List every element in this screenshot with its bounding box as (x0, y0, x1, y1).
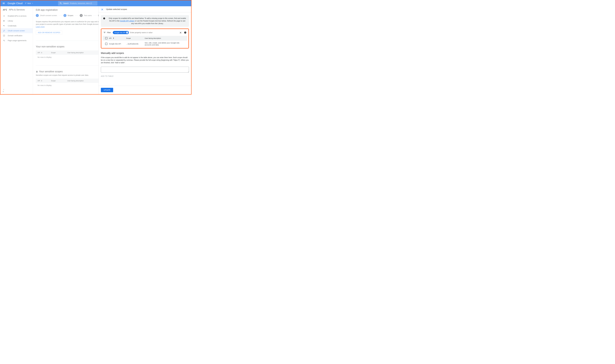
add-remove-scopes-button[interactable]: ADD OR REMOVE SCOPES (36, 30, 62, 35)
chevron-left-icon (3, 88, 5, 91)
empty-row: No rows to display (36, 83, 102, 88)
sidebar-item-label: Credentials (8, 25, 16, 27)
panel-footer: UPDATE (99, 86, 191, 94)
project-selector[interactable]: 0zzz (24, 2, 34, 5)
info-icon (103, 17, 106, 20)
diamond-icon (3, 15, 5, 17)
sidebar-title: APIs & Services (9, 9, 25, 11)
search-bar[interactable]: Search Products, resources, docs (/) (58, 1, 98, 6)
col-desc-header[interactable]: User-facing description (145, 37, 186, 39)
sort-up-icon (41, 80, 42, 82)
filter-label: Filter (107, 32, 111, 34)
key-icon (3, 25, 5, 27)
sidebar-item-page-usage[interactable]: Page usage agreements (0, 38, 33, 43)
sidebar-item-label: Library (8, 20, 13, 22)
empty-row: No rows to display (36, 55, 102, 60)
svg-point-1 (26, 3, 27, 3)
chevron-down-icon (32, 2, 33, 4)
step-separator (58, 15, 62, 16)
step-separator (75, 15, 78, 16)
sidebar-item-credentials[interactable]: Credentials (0, 23, 33, 28)
col-api[interactable]: API (38, 52, 48, 53)
non-sensitive-table: API Scope User-facing description No row… (36, 51, 102, 60)
api-glyph: API (3, 9, 7, 11)
sidebar-item-domain-verification[interactable]: Domain verification (0, 33, 33, 38)
hamburger-icon[interactable] (1, 1, 6, 6)
svg-point-0 (25, 3, 26, 3)
check-icon (36, 14, 39, 17)
sensitive-scopes-section: Your sensitive scopes Sensitive scopes a… (36, 65, 102, 88)
collapse-sidebar-button[interactable]: <I (0, 87, 33, 94)
col-scope[interactable]: Scope (51, 52, 65, 53)
step-number: 2 (63, 14, 66, 17)
table-row: Google Ads API .../auth/adwords See, edi… (103, 40, 187, 47)
col-scope-header[interactable]: Scope (126, 37, 145, 39)
sensitive-table: API Scope User-facing description No row… (36, 78, 102, 88)
note-text-post: or use the Pasted Scopes text box below.… (131, 20, 185, 25)
manual-scopes-textarea[interactable] (101, 67, 189, 73)
project-name: 0zzz (28, 2, 31, 4)
consent-icon (3, 30, 5, 32)
svg-rect-5 (3, 31, 4, 32)
sidebar-header: API APIs & Services (0, 6, 33, 13)
filter-icon[interactable] (103, 31, 106, 34)
sidebar-item-library[interactable]: Library (0, 18, 33, 23)
chip-label: Google Ads API (114, 32, 126, 34)
col-desc[interactable]: User-facing description (67, 80, 84, 82)
filter-input[interactable] (130, 32, 178, 34)
svg-rect-3 (3, 30, 4, 31)
sidebar-item-enabled-apis[interactable]: Enabled APIs & services (0, 13, 33, 18)
row-checkbox[interactable] (105, 43, 107, 45)
chip-remove-icon[interactable]: ✕ (126, 32, 128, 34)
svg-rect-4 (4, 30, 5, 31)
step-label: Scopes (68, 14, 73, 16)
sort-up-icon (112, 37, 114, 39)
svg-point-8 (4, 41, 5, 41)
step-test-users[interactable]: 3 Test users (80, 14, 92, 17)
col-api[interactable]: API (38, 80, 48, 82)
api-library-link[interactable]: Google API Library (120, 20, 135, 22)
section-title: Your sensitive scopes (36, 70, 102, 73)
sidebar-item-label: Domain verification (8, 35, 22, 37)
filter-highlight-annotation: Filter Google Ads API ✕ ? (101, 28, 189, 49)
sidebar-item-oauth-consent[interactable]: OAuth consent screen (0, 28, 33, 33)
svg-rect-11 (104, 18, 104, 19)
table-header-row: API Scope User-facing description (103, 36, 187, 40)
panel-title: Update selected scopes (106, 8, 127, 11)
col-scope[interactable]: Scope (51, 80, 65, 82)
col-api-header[interactable]: API (109, 37, 126, 39)
step-oauth-consent[interactable]: OAuth consent screen (36, 14, 57, 17)
svg-text:?: ? (185, 32, 186, 33)
update-button[interactable]: UPDATE (101, 88, 113, 92)
clear-filter-button[interactable] (179, 31, 182, 34)
agreement-icon (3, 39, 5, 42)
logo[interactable]: Google Cloud (8, 2, 23, 5)
filter-row: Filter Google Ads API ✕ ? (103, 30, 187, 35)
help-icon: ? (184, 31, 186, 34)
help-button[interactable]: ? (184, 31, 186, 34)
section-subtext: Sensitive scopes are scopes that request… (36, 74, 102, 76)
sidebar: API APIs & Services Enabled APIs & servi… (0, 6, 33, 94)
lock-icon (36, 70, 38, 73)
select-all-checkbox[interactable] (105, 37, 107, 39)
add-to-table-button[interactable]: ADD TO TABLE (101, 75, 189, 77)
close-panel-button[interactable] (101, 8, 104, 11)
search-label: Search (63, 2, 69, 4)
sidebar-item-label: Page usage agreements (8, 39, 27, 41)
svg-rect-7 (3, 35, 5, 36)
cell-desc: See, edit, create, and delete your Googl… (145, 42, 186, 46)
sidebar-item-label: Enabled APIs & services (8, 15, 27, 17)
cell-scope: .../auth/adwords (126, 43, 145, 45)
check-box-icon (3, 35, 5, 37)
logo-text: Google Cloud (8, 2, 23, 5)
panel-header: Update selected scopes (99, 6, 191, 13)
step-number: 3 (80, 14, 83, 17)
svg-rect-6 (4, 31, 5, 32)
manual-add-title: Manually add scopes (101, 52, 189, 54)
learn-more-link[interactable]: Learn more (36, 26, 45, 28)
step-scopes[interactable]: 2 Scopes (63, 14, 73, 17)
section-title: Your non-sensitive scopes (36, 45, 102, 48)
filter-chip-google-ads[interactable]: Google Ads API ✕ (113, 31, 129, 34)
col-desc[interactable]: User-facing description (67, 52, 84, 53)
step-label: OAuth consent screen (40, 14, 57, 16)
